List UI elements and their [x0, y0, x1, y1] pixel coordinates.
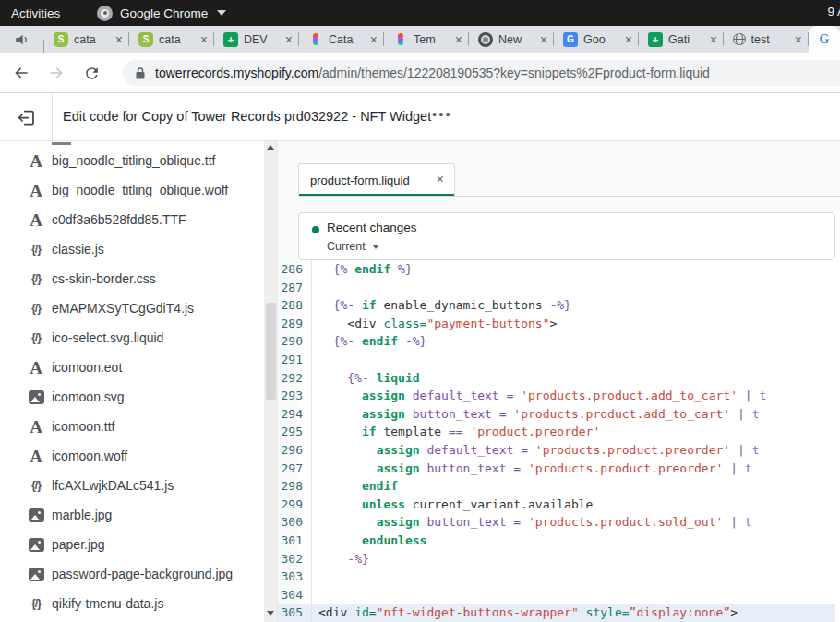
- file-item[interactable]: icomoon.svg: [0, 382, 263, 412]
- file-item[interactable]: {/}eMAPMXSyTCgGdiT4.js: [0, 293, 263, 323]
- chevron-down-icon: [217, 10, 226, 16]
- tab-close-icon[interactable]: ×: [200, 33, 208, 46]
- code-row[interactable]: 305<div id="nft-widget-buttons-wrapper" …: [278, 604, 835, 622]
- code-line: unless current_variant.available: [312, 496, 593, 514]
- exit-code-editor-button[interactable]: [15, 106, 37, 128]
- file-item[interactable]: paper.jpg: [0, 530, 263, 559]
- clipped-file-item: [52, 142, 71, 145]
- browser-tab[interactable]: Scata×: [44, 26, 129, 53]
- back-button[interactable]: [11, 63, 31, 83]
- code-row[interactable]: 296 assign default_text = 'products.prod…: [278, 441, 835, 460]
- file-item[interactable]: Abig_noodle_titling_oblique.woff: [0, 175, 263, 205]
- scrollbar-thumb[interactable]: [266, 303, 276, 400]
- reload-button[interactable]: [81, 63, 102, 83]
- editor-main: product-form.liquid × Recent changes Cur…: [278, 141, 840, 622]
- line-number: 286: [278, 260, 312, 279]
- file-list: Abig_noodle_titling_oblique.ttfAbig_nood…: [0, 146, 263, 618]
- app-menu[interactable]: Google Chrome: [97, 6, 226, 21]
- file-name: eMAPMXSyTCgGdiT4.js: [52, 301, 194, 316]
- version-selector[interactable]: Current: [327, 240, 379, 253]
- code-row[interactable]: 304: [278, 586, 835, 604]
- code-editor[interactable]: 286 {% endif %}287288 {%- if enable_dyna…: [278, 260, 835, 622]
- code-row[interactable]: 286 {% endif %}: [278, 260, 835, 279]
- more-actions-button[interactable]: •••: [432, 106, 452, 122]
- code-row[interactable]: 301 endunless: [278, 532, 835, 550]
- code-line: <div id="nft-widget-buttons-wrapper" sty…: [312, 604, 738, 622]
- version-label: Current: [327, 240, 366, 253]
- tab-close-icon[interactable]: ×: [115, 33, 123, 46]
- tab-title: Gati: [668, 33, 704, 46]
- chrome-icon: [478, 32, 493, 47]
- file-item[interactable]: password-page-background.jpg: [0, 559, 263, 589]
- file-item[interactable]: {/}cs-skin-border.css: [0, 264, 263, 293]
- globe-icon: [733, 33, 746, 46]
- forward-button[interactable]: [46, 63, 66, 83]
- code-row[interactable]: 289 <div class="payment-buttons">: [278, 315, 835, 333]
- browser-tab[interactable]: Cata×: [299, 26, 384, 53]
- line-number: 288: [278, 296, 312, 315]
- tab-close-icon[interactable]: ×: [285, 33, 293, 46]
- tab-close-icon[interactable]: ×: [710, 33, 717, 46]
- browser-tab[interactable]: GGoo×: [554, 26, 639, 53]
- sidebar-scrollbar[interactable]: [264, 141, 277, 622]
- activities-button[interactable]: Activities: [11, 6, 60, 20]
- code-line: [312, 568, 318, 586]
- code-row[interactable]: 293 assign default_text = 'products.prod…: [278, 387, 835, 405]
- scroll-down-icon[interactable]: [264, 611, 277, 620]
- tab-close-icon[interactable]: ×: [370, 33, 378, 46]
- code-row[interactable]: 298 endif: [278, 477, 835, 496]
- google-g-icon: G: [817, 32, 832, 47]
- browser-tab[interactable]: G: [809, 26, 840, 53]
- code-row[interactable]: 300 assign button_text = 'products.produ…: [278, 513, 835, 532]
- file-name: classie.js: [52, 242, 104, 257]
- scroll-up-icon[interactable]: [264, 145, 277, 154]
- file-item[interactable]: {/}ico-select.svg.liquid: [0, 323, 263, 353]
- editor-file-tab[interactable]: product-form.liquid ×: [298, 163, 455, 197]
- tab-close-icon[interactable]: ×: [625, 33, 632, 46]
- tab-close-icon[interactable]: ×: [455, 33, 462, 46]
- url-bar[interactable]: towerrecords.myshopify.com/admin/themes/…: [123, 60, 840, 86]
- line-number: 304: [278, 586, 312, 604]
- code-row[interactable]: 299 unless current_variant.available: [278, 496, 835, 514]
- file-name: icomoon.ttf: [52, 419, 114, 434]
- code-row[interactable]: 303: [278, 568, 835, 586]
- code-row[interactable]: 292 {%- liquid: [278, 369, 835, 388]
- line-number: 297: [278, 460, 312, 478]
- file-item[interactable]: Aicomoon.ttf: [0, 412, 263, 441]
- tab-title: DEV: [244, 33, 280, 46]
- recent-changes-panel: Recent changes Current: [298, 212, 835, 260]
- code-row[interactable]: 294 assign button_text = 'products.produ…: [278, 405, 835, 424]
- file-item[interactable]: {/}qikify-tmenu-data.js: [0, 589, 263, 618]
- file-item[interactable]: {/}classie.js: [0, 234, 263, 264]
- code-row[interactable]: 287: [278, 279, 835, 297]
- browser-tab[interactable]: +DEV×: [214, 26, 299, 53]
- tab-audio-button[interactable]: [0, 33, 44, 46]
- code-row[interactable]: 291: [278, 351, 835, 369]
- code-row[interactable]: 297 assign button_text = 'products.produ…: [278, 460, 835, 478]
- browser-tab[interactable]: Scata×: [129, 26, 214, 53]
- browser-tab[interactable]: test×: [724, 26, 809, 53]
- tab-close-icon[interactable]: ×: [795, 33, 802, 46]
- browser-tab[interactable]: Tem×: [384, 26, 469, 53]
- file-item[interactable]: Ac0df3a6b528fdd85.TTF: [0, 205, 263, 234]
- file-sidebar: Abig_noodle_titling_oblique.ttfAbig_nood…: [0, 141, 263, 622]
- code-row[interactable]: 295 if template == 'product.preorder': [278, 423, 835, 441]
- shopify-icon: S: [54, 32, 68, 47]
- close-icon[interactable]: ×: [437, 172, 444, 186]
- tab-title: Tem: [414, 33, 450, 46]
- code-row[interactable]: 302 -%}: [278, 550, 835, 568]
- google-sheets-icon: +: [648, 32, 663, 47]
- file-item[interactable]: Aicomoon.eot: [0, 353, 263, 382]
- browser-tab[interactable]: +Gati×: [639, 26, 724, 53]
- file-name: c0df3a6b528fdd85.TTF: [52, 212, 186, 227]
- browser-tab[interactable]: New×: [469, 26, 554, 53]
- file-item[interactable]: marble.jpg: [0, 500, 263, 530]
- tab-close-icon[interactable]: ×: [540, 33, 547, 46]
- code-row[interactable]: 288 {%- if enable_dynamic_buttons -%}: [278, 296, 835, 315]
- code-line: {%- endif -%}: [312, 332, 426, 351]
- file-item[interactable]: {/}lfcAXLwjkDALc541.js: [0, 471, 263, 500]
- file-item[interactable]: Abig_noodle_titling_oblique.ttf: [0, 146, 263, 175]
- clock[interactable]: 9 A: [827, 5, 840, 18]
- file-item[interactable]: Aicomoon.woff: [0, 441, 263, 471]
- code-row[interactable]: 290 {%- endif -%}: [278, 332, 835, 351]
